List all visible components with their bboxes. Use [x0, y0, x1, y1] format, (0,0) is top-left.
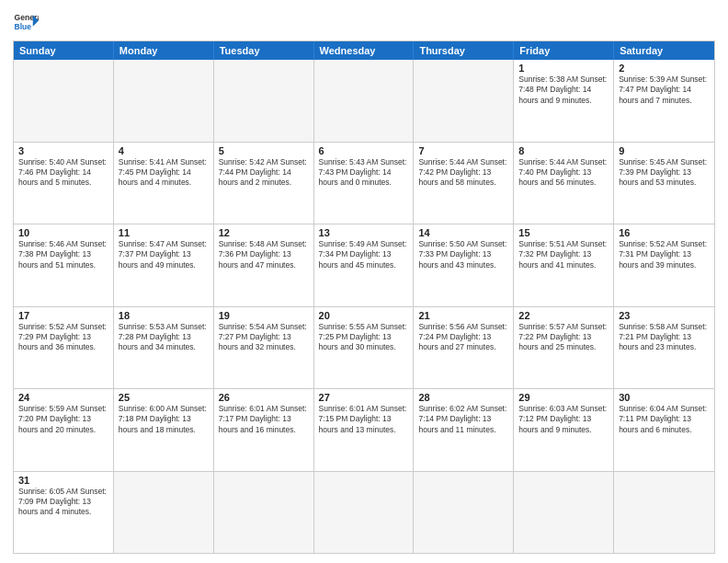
- day-number: 28: [418, 392, 508, 403]
- day-number: 13: [319, 227, 409, 238]
- calendar-row-3: 17Sunrise: 5:52 AM Sunset: 7:29 PM Dayli…: [14, 306, 714, 389]
- calendar-cell: 13Sunrise: 5:49 AM Sunset: 7:34 PM Dayli…: [314, 224, 415, 306]
- calendar-cell: 24Sunrise: 5:59 AM Sunset: 7:20 PM Dayli…: [14, 389, 114, 471]
- calendar-cell: 19Sunrise: 5:54 AM Sunset: 7:27 PM Dayli…: [214, 307, 314, 389]
- day-info: Sunrise: 5:48 AM Sunset: 7:36 PM Dayligh…: [219, 239, 309, 270]
- calendar-cell: 23Sunrise: 5:58 AM Sunset: 7:21 PM Dayli…: [614, 307, 714, 389]
- calendar-cell: 3Sunrise: 5:40 AM Sunset: 7:46 PM Daylig…: [14, 143, 114, 224]
- day-info: Sunrise: 6:00 AM Sunset: 7:18 PM Dayligh…: [119, 404, 209, 435]
- day-number: 7: [418, 145, 508, 156]
- day-number: 30: [619, 392, 710, 403]
- day-number: 5: [219, 145, 309, 156]
- calendar-cell: 28Sunrise: 6:02 AM Sunset: 7:14 PM Dayli…: [414, 389, 514, 471]
- svg-text:Blue: Blue: [15, 22, 32, 31]
- day-info: Sunrise: 5:42 AM Sunset: 7:44 PM Dayligh…: [219, 157, 309, 189]
- day-info: Sunrise: 5:43 AM Sunset: 7:43 PM Dayligh…: [319, 157, 409, 189]
- day-info: Sunrise: 5:54 AM Sunset: 7:27 PM Dayligh…: [219, 322, 309, 353]
- day-number: 17: [18, 310, 108, 321]
- day-info: Sunrise: 5:52 AM Sunset: 7:31 PM Dayligh…: [619, 239, 710, 270]
- logo: General Blue: [13, 9, 39, 35]
- page-header: General Blue: [13, 9, 715, 35]
- day-info: Sunrise: 5:49 AM Sunset: 7:34 PM Dayligh…: [319, 239, 409, 270]
- calendar-cell: [214, 60, 314, 142]
- calendar-cell: 6Sunrise: 5:43 AM Sunset: 7:43 PM Daylig…: [314, 143, 415, 224]
- calendar-cell: [414, 472, 514, 554]
- day-info: Sunrise: 6:05 AM Sunset: 7:09 PM Dayligh…: [18, 487, 108, 518]
- calendar-cell: 12Sunrise: 5:48 AM Sunset: 7:36 PM Dayli…: [214, 224, 314, 306]
- calendar-cell: 29Sunrise: 6:03 AM Sunset: 7:12 PM Dayli…: [514, 389, 614, 471]
- day-number: 22: [518, 310, 609, 321]
- day-info: Sunrise: 5:53 AM Sunset: 7:28 PM Dayligh…: [119, 322, 209, 353]
- calendar-cell: 8Sunrise: 5:44 AM Sunset: 7:40 PM Daylig…: [514, 143, 614, 224]
- day-number: 29: [518, 392, 609, 403]
- day-number: 27: [319, 392, 409, 403]
- calendar-cell: 14Sunrise: 5:50 AM Sunset: 7:33 PM Dayli…: [414, 224, 514, 306]
- day-info: Sunrise: 5:55 AM Sunset: 7:25 PM Dayligh…: [319, 322, 409, 353]
- calendar-cell: 21Sunrise: 5:56 AM Sunset: 7:24 PM Dayli…: [414, 307, 514, 389]
- calendar-cell: 1Sunrise: 5:38 AM Sunset: 7:48 PM Daylig…: [514, 60, 614, 142]
- calendar-cell: 9Sunrise: 5:45 AM Sunset: 7:39 PM Daylig…: [614, 143, 714, 224]
- calendar-cell: 7Sunrise: 5:44 AM Sunset: 7:42 PM Daylig…: [414, 143, 514, 224]
- day-number: 20: [319, 310, 409, 321]
- day-info: Sunrise: 5:58 AM Sunset: 7:21 PM Dayligh…: [619, 322, 710, 353]
- calendar-cell: 22Sunrise: 5:57 AM Sunset: 7:22 PM Dayli…: [514, 307, 614, 389]
- day-number: 19: [219, 310, 309, 321]
- day-number: 9: [619, 145, 710, 156]
- day-info: Sunrise: 5:51 AM Sunset: 7:32 PM Dayligh…: [518, 239, 609, 270]
- day-info: Sunrise: 5:45 AM Sunset: 7:39 PM Dayligh…: [619, 157, 710, 189]
- calendar-cell: [114, 472, 214, 554]
- day-info: Sunrise: 5:59 AM Sunset: 7:20 PM Dayligh…: [18, 404, 108, 435]
- day-number: 15: [518, 227, 609, 238]
- calendar-cell: 11Sunrise: 5:47 AM Sunset: 7:37 PM Dayli…: [114, 224, 214, 306]
- day-info: Sunrise: 5:38 AM Sunset: 7:48 PM Dayligh…: [518, 75, 609, 106]
- calendar-cell: 27Sunrise: 6:01 AM Sunset: 7:15 PM Dayli…: [314, 389, 415, 471]
- calendar-cell: [614, 472, 714, 554]
- day-info: Sunrise: 6:01 AM Sunset: 7:15 PM Dayligh…: [319, 404, 409, 435]
- day-info: Sunrise: 5:44 AM Sunset: 7:40 PM Dayligh…: [518, 157, 609, 189]
- calendar-cell: 25Sunrise: 6:00 AM Sunset: 7:18 PM Dayli…: [114, 389, 214, 471]
- day-number: 21: [418, 310, 508, 321]
- day-info: Sunrise: 6:03 AM Sunset: 7:12 PM Dayligh…: [518, 404, 609, 435]
- day-info: Sunrise: 6:04 AM Sunset: 7:11 PM Dayligh…: [619, 404, 710, 435]
- calendar-row-0: 1Sunrise: 5:38 AM Sunset: 7:48 PM Daylig…: [14, 60, 714, 142]
- logo-icon: General Blue: [13, 9, 39, 35]
- calendar-row-1: 3Sunrise: 5:40 AM Sunset: 7:46 PM Daylig…: [14, 142, 714, 224]
- day-number: 1: [518, 63, 609, 74]
- day-number: 10: [18, 227, 108, 238]
- day-number: 4: [119, 145, 209, 156]
- calendar-cell: [414, 60, 514, 142]
- calendar-cell: 30Sunrise: 6:04 AM Sunset: 7:11 PM Dayli…: [614, 389, 714, 471]
- day-info: Sunrise: 5:50 AM Sunset: 7:33 PM Dayligh…: [418, 239, 508, 270]
- calendar-cell: [314, 472, 415, 554]
- day-number: 18: [119, 310, 209, 321]
- day-number: 14: [418, 227, 508, 238]
- calendar-row-4: 24Sunrise: 5:59 AM Sunset: 7:20 PM Dayli…: [14, 388, 714, 471]
- calendar-cell: [14, 60, 114, 142]
- day-number: 11: [119, 227, 209, 238]
- day-info: Sunrise: 5:44 AM Sunset: 7:42 PM Dayligh…: [418, 157, 508, 189]
- calendar-cell: [514, 472, 614, 554]
- day-info: Sunrise: 5:46 AM Sunset: 7:38 PM Dayligh…: [18, 239, 108, 270]
- calendar-cell: 17Sunrise: 5:52 AM Sunset: 7:29 PM Dayli…: [14, 307, 114, 389]
- day-info: Sunrise: 6:01 AM Sunset: 7:17 PM Dayligh…: [219, 404, 309, 435]
- day-number: 2: [619, 63, 710, 74]
- calendar-cell: [214, 472, 314, 554]
- calendar-header-sunday: Sunday: [14, 41, 114, 60]
- day-number: 16: [619, 227, 710, 238]
- calendar-cell: 20Sunrise: 5:55 AM Sunset: 7:25 PM Dayli…: [314, 307, 415, 389]
- calendar-body: 1Sunrise: 5:38 AM Sunset: 7:48 PM Daylig…: [14, 60, 714, 553]
- calendar-header-monday: Monday: [114, 41, 214, 60]
- day-info: Sunrise: 6:02 AM Sunset: 7:14 PM Dayligh…: [418, 404, 508, 435]
- calendar-cell: 16Sunrise: 5:52 AM Sunset: 7:31 PM Dayli…: [614, 224, 714, 306]
- day-number: 12: [219, 227, 309, 238]
- calendar-header-tuesday: Tuesday: [214, 41, 314, 60]
- calendar-cell: 26Sunrise: 6:01 AM Sunset: 7:17 PM Dayli…: [214, 389, 314, 471]
- day-info: Sunrise: 5:39 AM Sunset: 7:47 PM Dayligh…: [619, 75, 710, 106]
- calendar-cell: 4Sunrise: 5:41 AM Sunset: 7:45 PM Daylig…: [114, 143, 214, 224]
- calendar-header-friday: Friday: [514, 41, 614, 60]
- day-info: Sunrise: 5:56 AM Sunset: 7:24 PM Dayligh…: [418, 322, 508, 353]
- calendar-cell: 31Sunrise: 6:05 AM Sunset: 7:09 PM Dayli…: [14, 472, 114, 554]
- calendar-row-5: 31Sunrise: 6:05 AM Sunset: 7:09 PM Dayli…: [14, 471, 714, 554]
- day-info: Sunrise: 5:47 AM Sunset: 7:37 PM Dayligh…: [119, 239, 209, 270]
- calendar-cell: [314, 60, 415, 142]
